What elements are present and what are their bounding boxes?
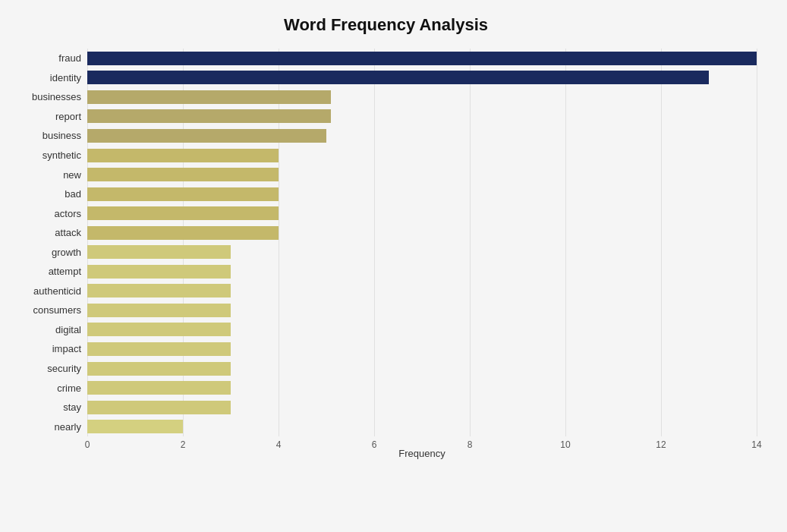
bar-row-authenticid	[87, 282, 757, 299]
bar-businesses	[87, 90, 331, 104]
bar-crime	[87, 381, 231, 395]
bar-nearly	[87, 420, 183, 433]
y-label-stay: stay	[63, 402, 81, 412]
bar-attempt	[87, 265, 231, 279]
y-label-impact: impact	[52, 344, 81, 354]
y-label-digital: digital	[55, 325, 81, 335]
bar-consumers	[87, 304, 231, 317]
bar-business	[87, 129, 326, 143]
y-label-synthetic: synthetic	[42, 150, 81, 160]
bar-attack	[87, 226, 279, 240]
plot-area: Frequency 02468101214	[87, 49, 757, 459]
bar-actors	[87, 206, 279, 220]
bars-container: Frequency 02468101214	[87, 49, 757, 459]
bar-row-attack	[87, 225, 757, 241]
y-label-attempt: attempt	[49, 266, 81, 276]
bar-security	[87, 362, 231, 376]
y-label-report: report	[55, 112, 81, 121]
bar-authenticid	[87, 284, 231, 297]
bar-synthetic	[87, 149, 279, 162]
x-tick-10: 10	[560, 439, 570, 450]
bar-identity	[87, 71, 709, 84]
x-tick-12: 12	[656, 439, 666, 450]
bar-new	[87, 168, 279, 181]
y-axis: fraudidentitybusinessesreportbusinesssyn…	[15, 49, 87, 459]
bar-row-identity	[87, 69, 757, 86]
y-label-bad: bad	[65, 189, 81, 199]
x-tick-4: 4	[276, 439, 282, 450]
y-label-consumers: consumers	[33, 305, 81, 315]
bar-row-synthetic	[87, 147, 757, 164]
x-axis: Frequency 02468101214	[87, 436, 757, 459]
chart-container: Word Frequency Analysis fraudidentitybus…	[0, 0, 787, 532]
bar-row-actors	[87, 205, 757, 222]
chart-area: fraudidentitybusinessesreportbusinesssyn…	[15, 49, 757, 459]
bar-row-stay	[87, 399, 757, 416]
bar-row-crime	[87, 379, 757, 396]
chart-title: Word Frequency Analysis	[15, 15, 757, 35]
bar-row-fraud	[87, 50, 757, 67]
x-axis-label: Frequency	[398, 448, 445, 459]
bar-row-growth	[87, 244, 757, 260]
y-label-security: security	[47, 364, 81, 373]
bar-impact	[87, 342, 231, 356]
y-label-fraud: fraud	[58, 53, 81, 63]
x-tick-14: 14	[751, 439, 761, 450]
bar-bad	[87, 187, 279, 201]
bar-stay	[87, 401, 231, 414]
bar-digital	[87, 323, 231, 336]
grid-line-14	[757, 49, 757, 436]
y-label-growth: growth	[52, 247, 81, 257]
bar-row-report	[87, 108, 757, 124]
y-label-authenticid: authenticid	[33, 286, 81, 296]
y-label-crime: crime	[57, 383, 81, 393]
x-tick-6: 6	[372, 439, 377, 450]
y-label-business: business	[42, 131, 81, 140]
bars-wrapper	[87, 49, 757, 436]
bar-row-impact	[87, 341, 757, 357]
bar-row-attempt	[87, 263, 757, 280]
y-label-businesses: businesses	[32, 92, 81, 102]
bar-row-consumers	[87, 302, 757, 319]
x-tick-0: 0	[85, 439, 90, 450]
y-label-new: new	[63, 170, 81, 180]
y-label-identity: identity	[50, 73, 81, 83]
bar-row-nearly	[87, 418, 757, 435]
bar-growth	[87, 245, 231, 259]
bar-report	[87, 109, 331, 123]
y-label-attack: attack	[55, 228, 81, 238]
bar-fraud	[87, 52, 757, 65]
bar-row-security	[87, 360, 757, 377]
bar-row-businesses	[87, 89, 757, 105]
bar-row-new	[87, 166, 757, 183]
y-label-nearly: nearly	[55, 422, 81, 432]
y-label-actors: actors	[55, 209, 81, 219]
bar-row-bad	[87, 186, 757, 203]
x-tick-2: 2	[181, 439, 186, 450]
bar-row-digital	[87, 321, 757, 338]
x-tick-8: 8	[467, 439, 473, 450]
bar-row-business	[87, 127, 757, 144]
